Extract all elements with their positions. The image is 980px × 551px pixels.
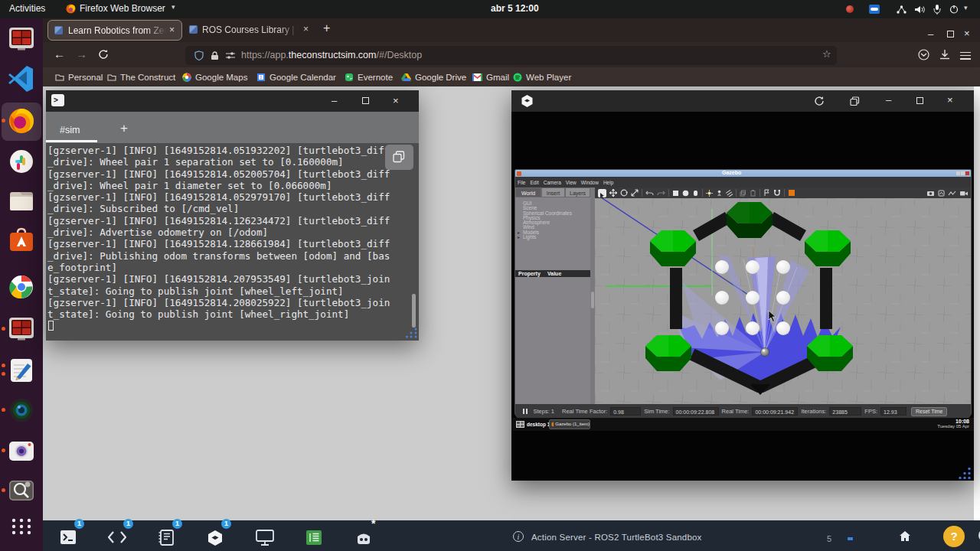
gazebo-app-titlebar[interactable]: Gazebo	[515, 170, 971, 177]
dock-item-screenshot[interactable]	[7, 436, 36, 465]
redo-icon[interactable]	[657, 190, 665, 197]
dock-item-vscode[interactable]	[7, 64, 36, 93]
tool-scale-icon[interactable]	[631, 189, 639, 197]
tool-move-icon[interactable]	[609, 189, 617, 197]
gazebo-layers-icon[interactable]	[850, 96, 860, 106]
tool-select-icon[interactable]	[598, 189, 606, 197]
desktop-pager-label[interactable]: desktop 1	[527, 422, 550, 427]
building-editor-icon[interactable]	[788, 189, 795, 197]
dock-app-grid-button[interactable]	[10, 517, 33, 536]
home-icon[interactable]	[899, 530, 911, 542]
terminal-minimize-icon[interactable]: –	[332, 96, 337, 106]
bookmark-google-maps[interactable]: Google Maps	[182, 67, 247, 86]
spot-light-icon[interactable]	[716, 190, 723, 197]
forward-icon[interactable]: →	[76, 47, 87, 60]
bookmark-google-drive[interactable]: Google Drive	[401, 67, 466, 86]
terminal-maximize-icon[interactable]	[362, 97, 369, 104]
notification-count[interactable]: 5	[827, 534, 831, 543]
gazebo-app-min-icon[interactable]	[956, 171, 960, 175]
tool-rotate-icon[interactable]	[620, 189, 628, 197]
tool-courses-button[interactable]	[305, 530, 323, 549]
insert-sphere-icon[interactable]	[682, 190, 689, 197]
fps-field[interactable]: 12.93	[880, 407, 906, 416]
log-record-icon[interactable]	[938, 190, 945, 197]
desktop-pager-icon[interactable]	[516, 421, 524, 428]
copy-model-icon[interactable]	[740, 190, 746, 197]
bookmark-gmail[interactable]: Gmail	[472, 67, 509, 86]
rtf-field[interactable]: 0.98	[610, 407, 641, 416]
back-icon[interactable]: ←	[54, 47, 65, 60]
dock-item-text-editor[interactable]	[7, 356, 36, 385]
terminal-output[interactable]: [gzserver-1] [INFO] [1649152814.05193220…	[46, 143, 419, 341]
bookmark-evernote[interactable]: Evernote	[345, 67, 393, 86]
tool-code-editor-button[interactable]	[108, 530, 126, 548]
iterations-field[interactable]: 23885	[829, 407, 861, 416]
point-light-icon[interactable]	[706, 190, 713, 197]
tree-item-lights[interactable]: Lights	[523, 234, 536, 240]
plot-icon[interactable]	[948, 190, 956, 197]
tab-active[interactable]: Learn Robotics from Zero ×	[47, 20, 182, 41]
directional-light-icon[interactable]	[726, 190, 733, 197]
snap-icon[interactable]	[773, 189, 781, 197]
bookmark-google-calendar[interactable]: 3 Google Calendar	[256, 67, 336, 86]
insert-box-icon[interactable]	[672, 190, 679, 197]
activities-button[interactable]: Activities	[9, 3, 45, 14]
sim-time-field[interactable]: 00:00:09:22.808	[673, 407, 719, 416]
terminal-tab-sim[interactable]: #sim	[60, 125, 80, 135]
window-maximize-icon[interactable]	[947, 31, 954, 37]
new-tab-button[interactable]: +	[323, 21, 330, 35]
download-icon[interactable]	[939, 49, 950, 60]
video-record-icon[interactable]	[959, 190, 968, 197]
tool-notebook-button[interactable]	[158, 530, 175, 549]
terminal-resize-handle[interactable]	[406, 327, 418, 339]
clock[interactable]: abr 5 12:00	[491, 3, 539, 14]
tab2-close-icon[interactable]: ×	[303, 24, 309, 34]
expand-arrow-icon[interactable]: ▸	[518, 235, 520, 240]
app-menu-label[interactable]: Firefox Web Browser	[80, 3, 165, 14]
tool-gazebo-button[interactable]	[207, 530, 224, 549]
url-bar[interactable]: https://app.theconstructsim.com/#/Deskto…	[185, 46, 837, 65]
pocket-icon[interactable]	[918, 49, 929, 60]
tool-terminal-button[interactable]	[60, 530, 77, 548]
terminal-titlebar[interactable]: > – ×	[46, 90, 419, 112]
bookmark-star-icon[interactable]: ☆	[822, 48, 831, 60]
gazebo-refresh-icon[interactable]	[814, 96, 825, 106]
window-minimize-icon[interactable]: –	[928, 29, 933, 39]
dock-item-files[interactable]	[7, 186, 36, 215]
bookmark-the-construct[interactable]: The Construct	[107, 67, 175, 86]
terminal-copy-button[interactable]	[385, 145, 413, 170]
insert-cylinder-icon[interactable]	[692, 190, 699, 197]
gazebo-maximize-icon[interactable]	[916, 97, 923, 104]
dock-item-software[interactable]	[7, 226, 36, 255]
pause-icon[interactable]	[523, 409, 528, 414]
gazebo-3d-viewport[interactable]	[595, 198, 971, 404]
dock-item-chrome[interactable]	[7, 272, 36, 302]
dock-item-firefox[interactable]	[7, 106, 36, 135]
system-menu-caret-icon[interactable]: ▾	[964, 4, 968, 11]
panel-tab-layers[interactable]: Layers	[565, 187, 590, 197]
terminal-scrollbar[interactable]	[412, 294, 416, 328]
dock-item-webcam[interactable]	[7, 396, 36, 425]
terminal-new-tab-button[interactable]: +	[120, 121, 128, 136]
menu-hamburger-icon[interactable]	[960, 50, 971, 61]
real-time-field[interactable]: 00:00:09:21.942	[752, 407, 798, 416]
gazebo-app-max-icon[interactable]	[961, 171, 965, 175]
dock-item-slack[interactable]	[7, 147, 36, 176]
bookmark-personal[interactable]: Personal	[55, 67, 103, 86]
gazebo-menubar[interactable]: FileEditCameraViewWindowHelp	[515, 177, 971, 187]
dock-item-remote-viewer[interactable]	[7, 24, 36, 53]
bookmark-web-player[interactable]: Web Player	[513, 67, 571, 86]
panel-tab-world[interactable]: World	[515, 187, 541, 197]
undo-icon[interactable]	[645, 190, 654, 197]
terminal-close-icon[interactable]: ×	[393, 96, 399, 106]
align-icon[interactable]	[763, 189, 770, 197]
dock-item-remote-viewer-2[interactable]	[7, 314, 36, 343]
gazebo-close-icon[interactable]: ×	[947, 95, 953, 105]
window-close-icon[interactable]: ×	[964, 28, 970, 38]
tool-graphical-tools-button[interactable]	[256, 530, 274, 549]
screenshot-camera-icon[interactable]	[926, 190, 935, 197]
gazebo-app-close-icon[interactable]	[965, 171, 969, 175]
tab-inactive[interactable]: ROS Courses Library | Ro ×	[184, 20, 315, 41]
gazebo-titlebar[interactable]: – ×	[511, 90, 974, 112]
reload-icon[interactable]	[98, 49, 109, 60]
